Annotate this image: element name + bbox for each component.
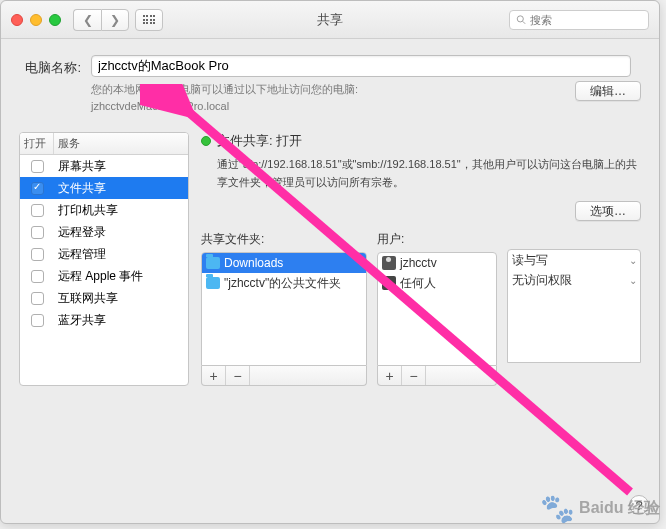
folders-listbox[interactable]: Downloads "jzhcctv"的公共文件夹 [201, 252, 367, 366]
prefs-window: ❮ ❯ 共享 电脑名称: 您的本地网络上的电脑可以通过以下地址访问您的电脑: j… [0, 0, 660, 524]
folder-icon [206, 257, 220, 269]
perm-row[interactable]: 读与写 [508, 250, 640, 270]
minimize-icon[interactable] [30, 14, 42, 26]
users-listbox[interactable]: jzhcctv 任何人 [377, 252, 497, 366]
users-heading: 用户: [377, 231, 497, 248]
status-row: 文件共享: 打开 [201, 132, 641, 150]
folder-row[interactable]: "jzhcctv"的公共文件夹 [202, 273, 366, 293]
lower-panes: 打开 服务 屏幕共享 文件共享 打印机共享 远程登录 远程管理 远程 Apple… [19, 132, 641, 386]
forward-button[interactable]: ❯ [101, 9, 129, 31]
user-row[interactable]: 任何人 [378, 273, 496, 293]
checkbox-icon[interactable] [31, 314, 44, 327]
computer-name-input[interactable] [91, 55, 631, 77]
status-description: 通过"afp://192.168.18.51"或"smb://192.168.1… [201, 156, 641, 191]
perm-value: 无访问权限 [512, 272, 572, 289]
checkbox-icon[interactable] [31, 248, 44, 261]
remove-folder-button[interactable]: − [226, 366, 250, 385]
checkbox-icon[interactable] [31, 270, 44, 283]
grid-icon [143, 15, 156, 24]
hint-line1: 您的本地网络上的电脑可以通过以下地址访问您的电脑: [91, 81, 358, 98]
service-remote-management[interactable]: 远程管理 [20, 243, 188, 265]
edit-button[interactable]: 编辑… [575, 81, 641, 101]
remove-user-button[interactable]: − [402, 366, 426, 385]
service-remote-apple-events[interactable]: 远程 Apple 事件 [20, 265, 188, 287]
group-icon [382, 276, 396, 290]
service-printer-sharing[interactable]: 打印机共享 [20, 199, 188, 221]
show-all-button[interactable] [135, 9, 163, 31]
svg-line-1 [523, 21, 525, 23]
checkbox-icon[interactable] [31, 182, 44, 195]
options-row: 选项… [201, 201, 641, 221]
checkbox-icon[interactable] [31, 160, 44, 173]
folder-icon [206, 277, 220, 289]
status-title: 文件共享: 打开 [217, 132, 302, 150]
svg-point-0 [517, 16, 523, 22]
user-icon [382, 256, 396, 270]
service-internet-sharing[interactable]: 互联网共享 [20, 287, 188, 309]
perm-value: 读与写 [512, 252, 548, 269]
traffic-lights [11, 14, 61, 26]
user-row[interactable]: jzhcctv [378, 253, 496, 273]
zoom-icon[interactable] [49, 14, 61, 26]
folders-toolbar: + − [201, 366, 367, 386]
service-file-sharing[interactable]: 文件共享 [20, 177, 188, 199]
checkbox-icon[interactable] [31, 204, 44, 217]
checkbox-icon[interactable] [31, 226, 44, 239]
folders-column: 共享文件夹: Downloads "jzhcctv"的公共文件夹 [201, 231, 367, 386]
folder-row[interactable]: Downloads [202, 253, 366, 273]
search-icon [516, 14, 526, 25]
add-folder-button[interactable]: + [202, 366, 226, 385]
perms-heading [507, 231, 641, 245]
col-service-header: 服务 [54, 133, 188, 154]
watermark: 🐾 Baidu 经验 [540, 492, 660, 525]
close-icon[interactable] [11, 14, 23, 26]
checkbox-icon[interactable] [31, 292, 44, 305]
nav-buttons: ❮ ❯ [73, 9, 129, 31]
status-dot-icon [201, 136, 211, 146]
hint-text: 您的本地网络上的电脑可以通过以下地址访问您的电脑: jzhcctvdeMacBo… [91, 81, 358, 114]
computer-name-row: 电脑名称: [19, 55, 641, 77]
search-input[interactable] [530, 14, 642, 26]
computer-name-label: 电脑名称: [19, 55, 81, 77]
computer-name-hint-row: 您的本地网络上的电脑可以通过以下地址访问您的电脑: jzhcctvdeMacBo… [19, 81, 641, 114]
window-title: 共享 [317, 11, 343, 29]
user-name: jzhcctv [400, 256, 437, 270]
perm-row[interactable]: 无访问权限 [508, 270, 640, 290]
users-toolbar: + − [377, 366, 497, 386]
services-list[interactable]: 打开 服务 屏幕共享 文件共享 打印机共享 远程登录 远程管理 远程 Apple… [19, 132, 189, 386]
detail-pane: 文件共享: 打开 通过"afp://192.168.18.51"或"smb://… [201, 132, 641, 386]
back-button[interactable]: ❮ [73, 9, 101, 31]
service-screen-sharing[interactable]: 屏幕共享 [20, 155, 188, 177]
hint-line2: jzhcctvdeMacBook-Pro.local [91, 98, 358, 115]
search-field[interactable] [509, 10, 649, 30]
content: 电脑名称: 您的本地网络上的电脑可以通过以下地址访问您的电脑: jzhcctvd… [1, 39, 659, 402]
paw-icon: 🐾 [540, 492, 575, 525]
folder-name: "jzhcctv"的公共文件夹 [224, 275, 341, 292]
service-remote-login[interactable]: 远程登录 [20, 221, 188, 243]
perms-listbox[interactable]: 读与写 无访问权限 [507, 249, 641, 363]
add-user-button[interactable]: + [378, 366, 402, 385]
services-header: 打开 服务 [20, 133, 188, 155]
col-on-header: 打开 [20, 133, 54, 154]
folders-heading: 共享文件夹: [201, 231, 367, 248]
folder-name: Downloads [224, 256, 283, 270]
perms-column: 读与写 无访问权限 +− [507, 231, 641, 386]
users-column: 用户: jzhcctv 任何人 + [377, 231, 497, 386]
columns: 共享文件夹: Downloads "jzhcctv"的公共文件夹 [201, 231, 641, 386]
options-button[interactable]: 选项… [575, 201, 641, 221]
watermark-text: Baidu 经验 [579, 498, 660, 519]
service-bluetooth-sharing[interactable]: 蓝牙共享 [20, 309, 188, 331]
titlebar: ❮ ❯ 共享 [1, 1, 659, 39]
user-name: 任何人 [400, 275, 436, 292]
